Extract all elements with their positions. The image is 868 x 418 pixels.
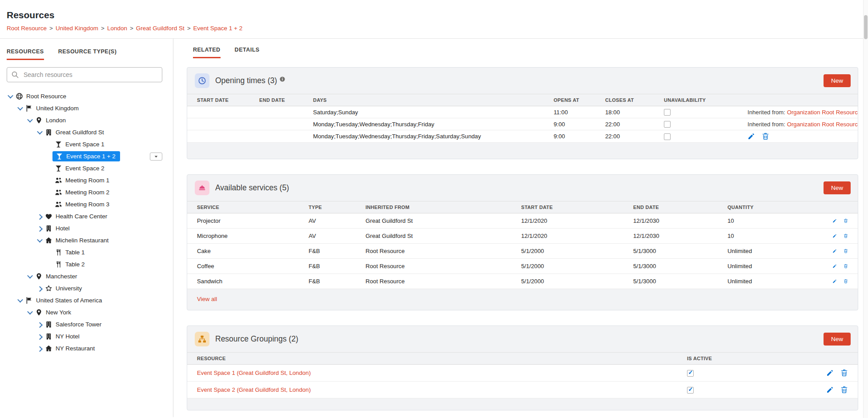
people-icon: [55, 189, 62, 196]
breadcrumb-link[interactable]: London: [107, 25, 127, 32]
new-service-button[interactable]: New: [824, 181, 851, 194]
tree-item-salesforce-tower[interactable]: Salesforce Tower: [0, 318, 173, 330]
martini-glass-icon: [55, 165, 62, 172]
page-header: Resources Root Resource > United Kingdom…: [0, 0, 868, 39]
new-opening-time-button[interactable]: New: [824, 74, 851, 87]
chevron-right-icon[interactable]: [36, 213, 44, 221]
tab-resources[interactable]: RESOURCES: [7, 48, 44, 60]
tree-item-michelin-restaurant[interactable]: Michelin Restaurant: [0, 234, 173, 246]
type-cell: F&B: [304, 259, 361, 274]
breadcrumb-link[interactable]: Root Resource: [7, 25, 47, 32]
people-icon: [55, 177, 62, 184]
tree-item-table-2[interactable]: Table 2: [0, 258, 173, 270]
col-inherited-from: INHERITED FROM: [361, 201, 517, 213]
chevron-down-icon[interactable]: [16, 297, 24, 305]
col-actions: [828, 201, 858, 213]
delete-button[interactable]: [844, 247, 848, 255]
resource-link[interactable]: Event Space 1 (Great Guildford St, Londo…: [197, 370, 311, 376]
tree-item-united-states[interactable]: United States of America: [0, 294, 173, 306]
chevron-down-icon[interactable]: [26, 309, 34, 317]
chevron-down-icon[interactable]: [26, 117, 34, 125]
tree-item-root-resource[interactable]: Root Resource: [0, 90, 173, 102]
chevron-down-icon[interactable]: [36, 237, 44, 245]
unavailability-checkbox[interactable]: [664, 133, 671, 140]
is-active-checkbox[interactable]: [687, 370, 694, 377]
tab-resource-types[interactable]: RESOURCE TYPE(S): [58, 48, 117, 60]
inherited-from-link[interactable]: Organization Root Resource .: [787, 109, 858, 116]
scrollbar-thumb[interactable]: [864, 15, 868, 39]
chevron-right-icon[interactable]: [36, 333, 44, 341]
search-icon: [11, 71, 19, 79]
chevron-down-icon[interactable]: [6, 92, 14, 100]
tree-item-label: United States of America: [36, 297, 102, 304]
tree-item-event-space-1-2[interactable]: Event Space 1 + 2: [0, 150, 173, 162]
tree-item-new-york[interactable]: New York: [0, 306, 173, 318]
tree-item-event-space-2[interactable]: Event Space 2: [0, 162, 173, 174]
tree-item-health-care-center[interactable]: Health Care Center: [0, 210, 173, 222]
clock-icon: [195, 73, 209, 88]
chevron-right-icon[interactable]: [36, 321, 44, 329]
edit-button[interactable]: [832, 232, 837, 240]
actions-cell: [828, 259, 858, 274]
delete-button[interactable]: [762, 133, 769, 140]
unavailability-checkbox[interactable]: [664, 121, 671, 128]
tree-item-ny-hotel[interactable]: NY Hotel: [0, 330, 173, 342]
delete-button[interactable]: [844, 232, 848, 240]
breadcrumb-separator: >: [101, 25, 104, 32]
delete-button[interactable]: [840, 369, 848, 377]
tree-item-event-space-1[interactable]: Event Space 1: [0, 138, 173, 150]
delete-button[interactable]: [844, 277, 848, 285]
tree-item-meeting-room-2[interactable]: Meeting Room 2: [0, 186, 173, 198]
quantity-cell: Unlimited: [723, 259, 828, 274]
breadcrumb-link[interactable]: United Kingdom: [56, 25, 98, 32]
table-row: Sandwich F&B Root Resource 5/1/2000 5/1/…: [187, 274, 858, 289]
new-grouping-button[interactable]: New: [824, 333, 851, 346]
tree-item-menu-button[interactable]: [150, 153, 162, 161]
end-date-cell: [255, 106, 309, 118]
home-icon: [45, 237, 52, 244]
tree-item-university[interactable]: University: [0, 282, 173, 294]
delete-button[interactable]: [844, 217, 848, 225]
chevron-down-icon[interactable]: [26, 273, 34, 281]
tree-item-ny-restaurant[interactable]: NY Restaurant: [0, 342, 173, 354]
info-icon[interactable]: [279, 76, 285, 82]
chevron-right-icon[interactable]: [36, 225, 44, 233]
tree-item-great-guildford-st[interactable]: Great Guildford St: [0, 126, 173, 138]
chevron-right-icon[interactable]: [36, 285, 44, 293]
breadcrumb-link[interactable]: Event Space 1 + 2: [193, 25, 243, 32]
edit-button[interactable]: [826, 369, 834, 377]
edit-button[interactable]: [747, 133, 755, 140]
vertical-scrollbar[interactable]: [863, 0, 868, 418]
start-date-cell: 5/1/2000: [517, 274, 629, 289]
tree-item-meeting-room-1[interactable]: Meeting Room 1: [0, 174, 173, 186]
edit-button[interactable]: [832, 247, 837, 255]
edit-button[interactable]: [832, 262, 837, 270]
tree-item-label: London: [46, 117, 66, 124]
is-active-checkbox[interactable]: [687, 387, 694, 394]
delete-button[interactable]: [840, 386, 848, 394]
tree-item-united-kingdom[interactable]: United Kingdom: [0, 102, 173, 114]
edit-button[interactable]: [832, 217, 837, 225]
tree-item-manchester[interactable]: Manchester: [0, 270, 173, 282]
search-input[interactable]: [7, 67, 162, 82]
view-all-link[interactable]: View all: [197, 296, 217, 302]
edit-button[interactable]: [832, 277, 837, 285]
tree-item-london[interactable]: London: [0, 114, 173, 126]
inherited-from-link[interactable]: Organization Root Resource .: [787, 121, 858, 128]
tree-item-hotel[interactable]: Hotel: [0, 222, 173, 234]
start-date-cell: 12/1/2020: [517, 213, 629, 229]
tree-item-meeting-room-3[interactable]: Meeting Room 3: [0, 198, 173, 210]
unavailability-checkbox[interactable]: [664, 109, 671, 116]
delete-button[interactable]: [844, 262, 848, 270]
tree-item-label: Hotel: [56, 225, 70, 232]
tree-item-table-1[interactable]: Table 1: [0, 246, 173, 258]
chevron-down-icon[interactable]: [16, 104, 24, 113]
breadcrumb-link[interactable]: Great Guildford St: [136, 25, 185, 32]
start-date-cell: 5/1/2000: [517, 244, 629, 259]
resource-link[interactable]: Event Space 2 (Great Guildford St, Londo…: [197, 386, 311, 393]
edit-button[interactable]: [826, 386, 834, 394]
tab-related[interactable]: RELATED: [193, 47, 221, 58]
chevron-right-icon[interactable]: [36, 345, 44, 353]
chevron-down-icon[interactable]: [36, 129, 44, 137]
tab-details[interactable]: DETAILS: [235, 47, 260, 58]
